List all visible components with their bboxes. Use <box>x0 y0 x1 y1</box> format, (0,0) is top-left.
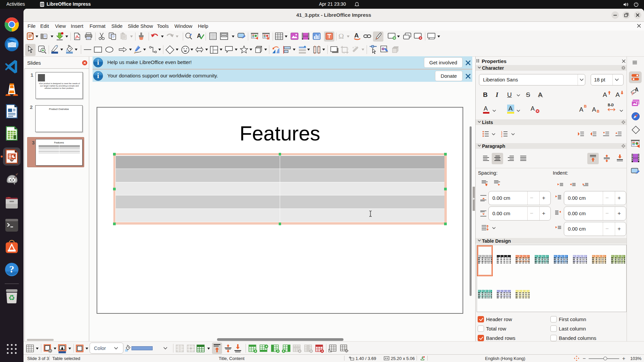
svg-text:Ω: Ω <box>338 32 344 40</box>
svg-text:♻: ♻ <box>8 294 15 302</box>
svg-text:?: ? <box>9 263 14 275</box>
svg-text:3: 3 <box>501 135 502 137</box>
svg-text:A: A <box>354 32 359 39</box>
